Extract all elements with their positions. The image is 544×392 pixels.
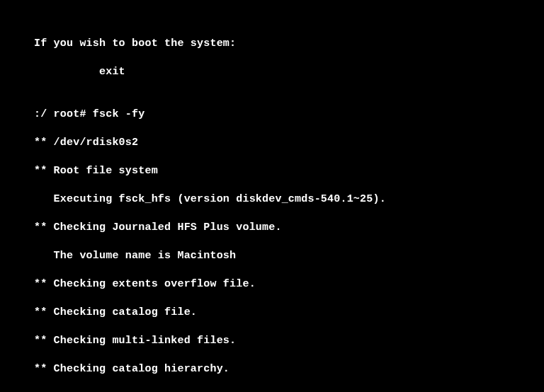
fsck-check-hierarchy-line: ** Checking catalog hierarchy. — [34, 362, 544, 376]
fsck-check-catalog-line: ** Checking catalog file. — [34, 306, 544, 320]
fsck-volume-name-line: The volume name is Macintosh — [34, 249, 544, 263]
fsck-version-line: Executing fsck_hfs (version diskdev_cmds… — [34, 192, 544, 207]
fsck-check-extents-line: ** Checking extents overflow file. — [34, 277, 544, 292]
boot-instruction-exit: exit — [34, 65, 544, 79]
fsck-device-line: ** /dev/rdisk0s2 — [34, 136, 544, 150]
boot-instruction-line: If you wish to boot the system: — [34, 37, 544, 51]
fsck-rootfs-line: ** Root file system — [34, 164, 544, 178]
fsck-check-journaled-line: ** Checking Journaled HFS Plus volume. — [34, 221, 544, 235]
fsck-check-multilink-line: ** Checking multi-linked files. — [34, 334, 544, 348]
fsck-command-line: :/ root# fsck -fy — [34, 108, 544, 122]
terminal-output: If you wish to boot the system: exit :/ … — [0, 0, 544, 392]
